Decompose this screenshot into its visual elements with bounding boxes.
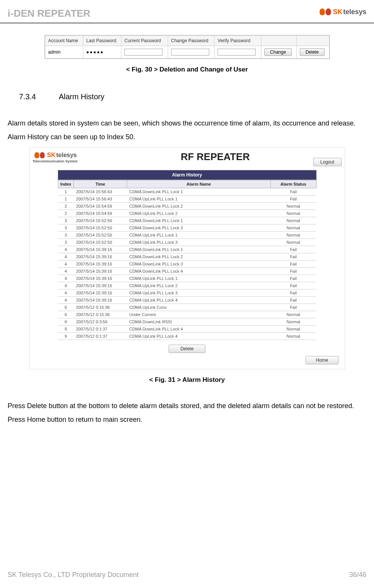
alarm-name-cell: CDMA UpLink PLL Lock 4 — [127, 297, 271, 304]
alarm-name-cell: CDMA DownLink PLL Lock 4 — [127, 326, 271, 333]
alarm-time-cell: 2007/5/12 0:15:36 — [74, 304, 127, 311]
alarm-status-cell: Normal — [271, 217, 316, 224]
paragraph-3: Press Delete button at the bottom to del… — [8, 399, 366, 413]
delete-alarms-button[interactable]: Delete — [169, 345, 205, 353]
alarm-time-cell: 2007/5/14 15:52:50 — [74, 239, 127, 246]
alarm-status-cell: Normal — [271, 239, 316, 246]
alarm-delete-row: Delete — [58, 345, 317, 353]
account-name-cell: admin — [45, 46, 83, 59]
alarm-status-cell: Normal — [271, 203, 316, 210]
delete-user-button[interactable]: Delete — [300, 48, 325, 56]
table-row: 92007/5/12 0:1:37CDMA UpLink PLL Lock 4N… — [58, 333, 316, 340]
alarm-index-cell: 4 — [58, 275, 74, 282]
alarm-table-header-row: Index Time Alarm Name Alarm Status — [58, 180, 316, 188]
butterfly-icon — [33, 151, 45, 159]
table-row: 12007/5/14 15:56:43CDMA UpLink PLL Lock … — [58, 195, 316, 203]
alarm-status-cell: Fail — [271, 297, 316, 304]
alarm-index-cell: 2 — [58, 210, 74, 217]
table-row: 62007/5/12 0:15:36Under CurrentNormal — [58, 311, 316, 318]
alarm-status-cell: Normal — [271, 326, 316, 333]
table-row: 12007/5/14 15:56:43CDMA DownLink PLL Loc… — [58, 188, 316, 195]
table-row: 42007/5/14 15:39:16CDMA DownLink PLL Loc… — [58, 253, 316, 261]
alarm-time-cell: 2007/5/14 15:52:50 — [74, 217, 127, 224]
current-password-input[interactable] — [124, 49, 162, 56]
alarm-history-title-bar: Alarm History — [58, 170, 317, 180]
alarm-logo-sk: SK — [47, 152, 56, 159]
alarm-table-wrap: Alarm History Index Time Alarm Name Alar… — [58, 170, 317, 353]
alarm-index-cell: 4 — [58, 261, 74, 268]
alarm-name-cell: CDMA UpLink PLL Lock 3 — [127, 289, 271, 297]
alarm-time-cell: 2007/5/14 15:54:59 — [74, 203, 127, 210]
logout-button[interactable]: Logout — [313, 158, 342, 166]
alarm-index-cell: 3 — [58, 224, 74, 232]
alarm-time-cell: 2007/5/14 15:39:16 — [74, 261, 127, 268]
alarm-status-cell: Fail — [271, 268, 316, 275]
alarm-status-cell: Normal — [271, 333, 316, 340]
alarm-status-cell: Normal — [271, 224, 316, 232]
table-row: 32007/5/14 15:52:50CDMA UpLink PLL Lock … — [58, 239, 316, 246]
alarm-status-cell: Fail — [271, 304, 316, 311]
alarm-status-cell: Normal — [271, 318, 316, 326]
table-row: admin ●●●●● Change Delete — [45, 46, 329, 59]
alarm-logo-telesys: telesys — [56, 152, 77, 159]
alarm-time-cell: 2007/5/12 0:15:36 — [74, 311, 127, 318]
table-row: 32007/5/14 15:52:50CDMA UpLink PLL Lock … — [58, 232, 316, 239]
col-change-btn — [261, 36, 296, 46]
col-index: Index — [58, 180, 74, 188]
col-alarm-status: Alarm Status — [271, 180, 316, 188]
alarm-index-cell: 2 — [58, 203, 74, 210]
col-verify-pw: Verify Password — [215, 36, 261, 46]
col-account: Account Name — [45, 36, 83, 46]
footer-page-number: 36/46 — [349, 571, 366, 579]
alarm-logo-row: SK telesys — [33, 151, 78, 159]
change-password-cell — [168, 46, 215, 59]
alarm-logo-block: SK telesys Telecommunication System — [33, 151, 78, 163]
alarm-name-cell: CDMA DownLink RSSI — [127, 318, 271, 326]
alarm-index-cell: 1 — [58, 195, 74, 203]
verify-password-input[interactable] — [218, 49, 256, 56]
alarm-name-cell: CDMA DownLink PLL Lock 2 — [127, 203, 271, 210]
alarm-status-cell: Fail — [271, 253, 316, 261]
logo-sk-text: SK — [333, 8, 342, 16]
alarm-name-cell: CDMA UpLink PLL Lock 3 — [127, 239, 271, 246]
col-delete-btn — [296, 36, 329, 46]
home-row: Home — [33, 356, 339, 364]
butterfly-icon — [318, 8, 332, 16]
alarm-name-cell: CDMA DownLink PLL Lock 1 — [127, 217, 271, 224]
alarm-history-table: Index Time Alarm Name Alarm Status 12007… — [58, 180, 317, 340]
current-password-cell — [121, 46, 168, 59]
alarm-name-cell: CDMA DownLink PLL Lock 1 — [127, 246, 271, 253]
change-button[interactable]: Change — [264, 48, 292, 56]
alarm-name-cell: CDMA UpLink PLL Lock 4 — [127, 333, 271, 340]
alarm-status-cell: Fail — [271, 289, 316, 297]
user-mgmt-table-wrap: Account Name Last Password Current Passw… — [45, 35, 330, 59]
change-btn-cell: Change — [261, 46, 296, 59]
alarm-status-cell: Fail — [271, 261, 316, 268]
section-number: 7.3.4 — [19, 92, 57, 101]
alarm-time-cell: 2007/5/12 0:1:37 — [74, 326, 127, 333]
section-heading: 7.3.4 Alarm History — [19, 92, 366, 101]
alarm-history-screenshot: SK telesys Telecommunication System RF R… — [29, 148, 345, 369]
table-row: 42007/5/14 15:39:16CDMA DownLink PLL Loc… — [58, 268, 316, 275]
table-row: 42007/5/14 15:39:16CDMA UpLink PLL Lock … — [58, 289, 316, 297]
table-row: 42007/5/14 15:39:16CDMA UpLink PLL Lock … — [58, 282, 316, 289]
alarm-name-cell: CDMA UpLink PLL Lock 2 — [127, 210, 271, 217]
home-button[interactable]: Home — [306, 356, 338, 364]
alarm-time-cell: 2007/5/14 15:39:16 — [74, 282, 127, 289]
alarm-status-cell: Fail — [271, 195, 316, 203]
table-row: 62007/5/12 0:15:36CDMA UpLink Conv.Fail — [58, 304, 316, 311]
change-password-input[interactable] — [171, 49, 209, 56]
alarm-time-cell: 2007/5/14 15:39:16 — [74, 268, 127, 275]
table-row: 42007/5/14 15:39:16CDMA DownLink PLL Loc… — [58, 246, 316, 253]
alarm-name-cell: CDMA UpLink Conv. — [127, 304, 271, 311]
alarm-name-cell: CDMA DownLink PLL Lock 2 — [127, 253, 271, 261]
alarm-time-cell: 2007/5/14 15:56:43 — [74, 188, 127, 195]
alarm-status-cell: Fail — [271, 282, 316, 289]
alarm-status-cell: Normal — [271, 311, 316, 318]
alarm-time-cell: 2007/5/14 15:39:16 — [74, 289, 127, 297]
alarm-time-cell: 2007/5/14 15:52:50 — [74, 232, 127, 239]
alarm-index-cell: 4 — [58, 289, 74, 297]
alarm-time-cell: 2007/5/14 15:52:50 — [74, 224, 127, 232]
fig30-block: Account Name Last Password Current Passw… — [8, 35, 366, 73]
verify-password-cell — [215, 46, 261, 59]
